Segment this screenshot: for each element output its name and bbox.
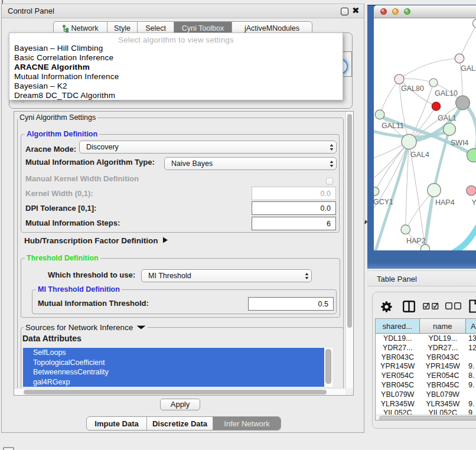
table-row[interactable]: YBR043C YBR043C: [376, 353, 476, 363]
node-label: GAL80: [401, 84, 424, 93]
horizontal-scrollbar[interactable]: [14, 388, 345, 395]
table-row[interactable]: YBL079W YBL079W: [376, 390, 476, 400]
horizontal-scrollbar-thumb[interactable]: [24, 390, 327, 394]
checked-boxes-icon[interactable]: [423, 302, 439, 309]
list-item-selected[interactable]: BetweennessCentrality: [23, 367, 324, 377]
node-gal80[interactable]: [395, 74, 404, 84]
close-traffic-light[interactable]: [380, 8, 387, 15]
table-row[interactable]: YDL19... YDL19... 13: [376, 334, 476, 344]
cell-name: YER054C: [420, 371, 467, 381]
combo-arrows-icon: [327, 161, 336, 167]
node-gal3[interactable]: [455, 54, 464, 63]
apply-button[interactable]: Apply: [160, 399, 200, 410]
table-horizontal-scrollbar[interactable]: [376, 415, 476, 420]
node-gal4[interactable]: [402, 134, 416, 149]
kernel-width-field[interactable]: 0.0: [252, 187, 336, 200]
list-item-selected[interactable]: gal4RGexp: [23, 377, 324, 387]
float-window-icon[interactable]: [341, 8, 348, 15]
list-scrollbar[interactable]: [324, 348, 332, 387]
group-title: Sources for Network Inference: [24, 323, 148, 332]
list-item-selected[interactable]: SelfLoops: [23, 348, 324, 358]
aracne-mode-combo[interactable]: Discovery: [79, 141, 337, 154]
table-row[interactable]: YPR145W YPR145W 9.: [376, 362, 476, 371]
table-panel-title: Table Panel: [377, 275, 417, 283]
node-hap2[interactable]: [401, 225, 410, 234]
dpi-tolerance-field[interactable]: 0.0: [252, 201, 336, 215]
tab-infer-network[interactable]: Infer Network: [213, 417, 281, 430]
mi-threshold-field[interactable]: 0.5: [248, 297, 334, 311]
columns-icon[interactable]: [403, 301, 415, 312]
cell-value: 13: [466, 334, 476, 344]
tab-discretize-data[interactable]: Discretize Data: [147, 417, 213, 430]
mi-steps-label: Mutual Information Steps:: [25, 219, 120, 227]
cell-shared-name: YLR345W: [376, 400, 420, 409]
collapse-arrow-icon[interactable]: [136, 325, 146, 330]
cell-name: YBR045C: [420, 381, 467, 390]
tab-impute-data[interactable]: Impute Data: [87, 417, 147, 430]
table-row[interactable]: YIL052C YIL052C 9: [376, 409, 476, 415]
group-title: Algorithm Definition: [25, 130, 99, 138]
table-row[interactable]: YER054C YER054C 8.: [376, 371, 476, 381]
table-row[interactable]: YLR345W YLR345W 9.: [376, 400, 476, 409]
algorithm-option[interactable]: Mutual Information Inference: [14, 72, 119, 81]
data-attributes-list[interactable]: SelfLoops TopologicalCoefficient Between…: [23, 348, 324, 387]
node-table: shared... name A YDL19... YDL19... 13 YD…: [375, 318, 476, 420]
node-label: GAL1: [438, 114, 457, 122]
node-gcy1[interactable]: [374, 187, 379, 195]
node-gray[interactable]: [456, 96, 470, 110]
vertical-scrollbar[interactable]: [345, 112, 353, 388]
network-view-frame: GAL3 GAL80 GAL10 GAL1 GAL11 SWI4 GAL4 GC…: [367, 5, 476, 269]
unchecked-boxes-icon[interactable]: [445, 302, 461, 309]
vertical-scrollbar-thumb[interactable]: [347, 114, 352, 328]
node-label: Y: [472, 198, 476, 207]
node[interactable]: [473, 19, 476, 28]
tab-label: Select: [145, 24, 166, 32]
algorithm-option[interactable]: Bayesian – Hill Climbing: [14, 44, 103, 53]
algorithm-option[interactable]: Bayesian – K2: [14, 81, 67, 90]
cell-name: YDR27...: [420, 344, 467, 353]
close-icon[interactable]: ✖: [352, 5, 360, 16]
network-window-titlebar[interactable]: [374, 5, 476, 18]
node-bottom[interactable]: [420, 244, 429, 250]
algorithm-option-selected[interactable]: ARACNE Algorithm: [14, 63, 90, 71]
node-pink[interactable]: [467, 185, 476, 195]
control-panel-titlebar: Control Panel ✖: [2, 4, 364, 18]
column-header-name[interactable]: name: [420, 319, 467, 334]
node-label: GAL4: [410, 151, 429, 159]
cell-value: 8.: [466, 371, 476, 381]
frame-bottom-shade: [367, 263, 476, 269]
table-row[interactable]: YBR045C YBR045C 9.: [376, 381, 476, 390]
mi-type-combo[interactable]: Naive Bayes: [164, 157, 337, 170]
zoom-traffic-light[interactable]: [404, 8, 410, 15]
table-row[interactable]: YDR27... YDR27... 12: [376, 344, 476, 353]
list-item-selected[interactable]: TopologicalCoefficient: [23, 358, 324, 368]
list-scrollbar-thumb[interactable]: [325, 349, 331, 384]
table-scrollbar-thumb[interactable]: [379, 416, 476, 420]
node-hap4[interactable]: [428, 184, 441, 197]
node-gal10[interactable]: [429, 79, 438, 87]
minimize-traffic-light[interactable]: [392, 8, 399, 15]
node-swi4[interactable]: [444, 123, 456, 136]
mi-type-label: Mutual Information Algorithm Type:: [25, 158, 155, 167]
algorithm-option[interactable]: Basic Correlation Inference: [14, 53, 113, 62]
manual-kernel-checkbox[interactable]: [326, 178, 333, 185]
cyni-bottom-tabbar: Impute Data Discretize Data Infer Networ…: [86, 416, 281, 431]
node-label: GAL10: [435, 89, 458, 97]
which-threshold-combo[interactable]: MI Threshold: [141, 269, 312, 282]
algorithm-dropdown-popup: Select algorithm to view settings Bayesi…: [9, 32, 343, 100]
document-icon[interactable]: [469, 299, 476, 313]
cell-name: YBR043C: [420, 353, 467, 363]
network-canvas[interactable]: GAL3 GAL80 GAL10 GAL1 GAL11 SWI4 GAL4 GC…: [374, 18, 476, 250]
node-label: HAP4: [435, 198, 455, 207]
gear-icon[interactable]: [381, 301, 392, 312]
column-header-shared-name[interactable]: shared...: [376, 319, 420, 334]
algorithm-option[interactable]: Dream8 DC_TDC Algorithm: [14, 91, 115, 100]
cell-shared-name: YDR27...: [376, 344, 420, 353]
tab-label: Discretize Data: [152, 419, 207, 428]
expand-arrow-icon[interactable]: [162, 237, 168, 243]
node-gal1[interactable]: [432, 102, 440, 110]
column-header-partial[interactable]: A: [466, 319, 476, 334]
node-label: SWI4: [451, 139, 469, 147]
mi-steps-field[interactable]: 6: [252, 217, 336, 230]
node-gal11[interactable]: [375, 110, 384, 119]
